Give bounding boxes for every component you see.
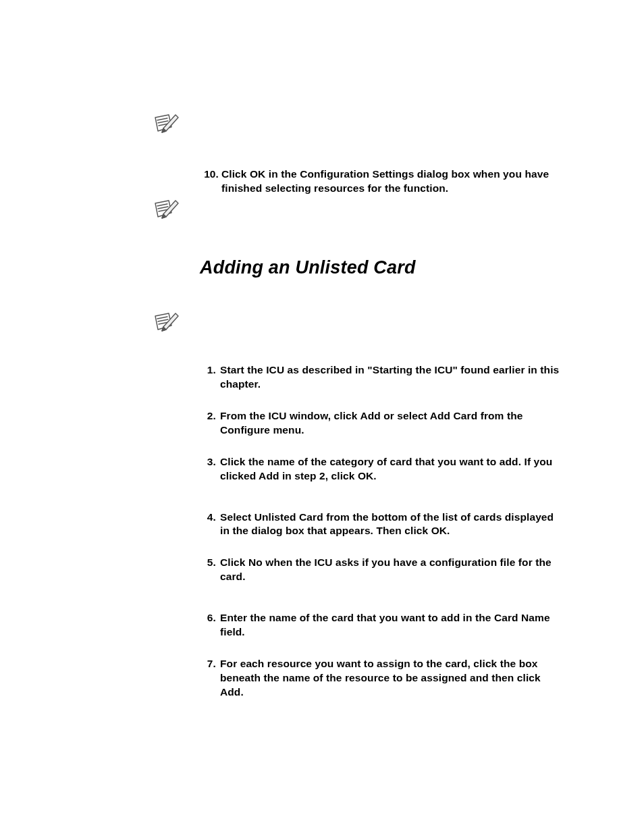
step-number: 1. [200, 363, 216, 392]
step-number: 6. [200, 611, 216, 640]
steps-list: 1. Start the ICU as described in "Starti… [200, 363, 564, 717]
step-item: 4. Select Unlisted Card from the bottom … [200, 511, 564, 539]
step-item: 6. Enter the name of the card that you w… [200, 611, 564, 640]
step-number: 2. [200, 409, 216, 438]
step-number: 10. [200, 167, 219, 196]
step-text: Click OK in the Configuration Settings d… [219, 167, 562, 196]
step-text: Start the ICU as described in "Starting … [216, 363, 564, 392]
note-pencil-icon [153, 198, 181, 222]
step-text: Click No when the ICU asks if you have a… [216, 556, 564, 584]
section-heading: Adding an Unlisted Card [200, 257, 416, 278]
step-10: 10. Click OK in the Configuration Settin… [200, 167, 562, 196]
note-pencil-icon [153, 112, 181, 136]
step-text: Click the name of the category of card t… [216, 455, 564, 484]
step-item: 2. From the ICU window, click Add or sel… [200, 409, 564, 438]
step-item: 7. For each resource you want to assign … [200, 657, 564, 700]
step-item: 5. Click No when the ICU asks if you hav… [200, 556, 564, 584]
note-pencil-icon [153, 311, 181, 335]
step-number: 4. [200, 511, 216, 539]
step-number: 7. [200, 657, 216, 700]
document-page: 10. Click OK in the Configuration Settin… [0, 0, 644, 834]
step-text: Enter the name of the card that you want… [216, 611, 564, 640]
step-text: For each resource you want to assign to … [216, 657, 564, 700]
step-number: 3. [200, 455, 216, 484]
step-text: Select Unlisted Card from the bottom of … [216, 511, 564, 539]
step-number: 5. [200, 556, 216, 584]
step-text: From the ICU window, click Add or select… [216, 409, 564, 438]
step-item: 3. Click the name of the category of car… [200, 455, 564, 484]
step-item: 1. Start the ICU as described in "Starti… [200, 363, 564, 392]
